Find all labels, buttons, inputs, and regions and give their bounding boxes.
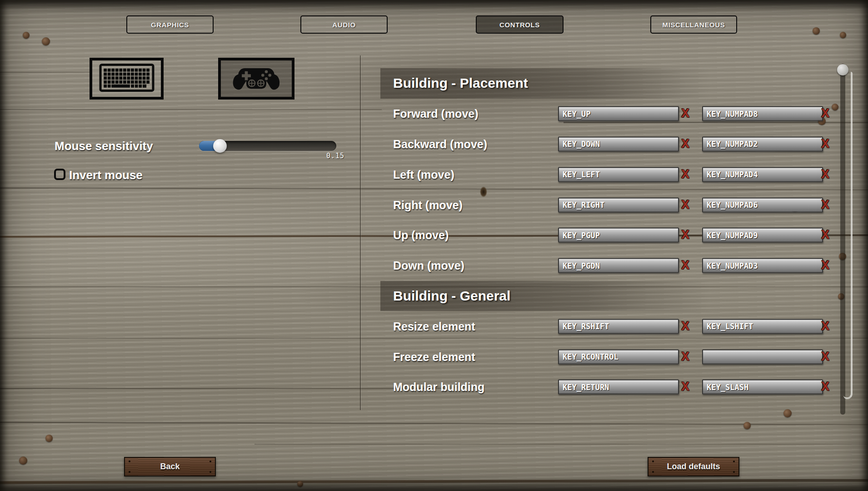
binding-label: Resize element xyxy=(393,320,475,333)
clear-primary-button[interactable]: X xyxy=(679,229,692,241)
binding-row: Resize element KEY_RSHIFT X KEY_LSHIFT X xyxy=(380,311,839,341)
clear-secondary-button[interactable]: X xyxy=(819,320,832,332)
secondary-key-field[interactable]: KEY_NUMPAD6 xyxy=(702,197,823,212)
clear-primary-button[interactable]: X xyxy=(679,138,692,150)
primary-key-field[interactable]: KEY_RSHIFT xyxy=(558,319,679,334)
clear-primary-button[interactable]: X xyxy=(679,320,692,332)
clear-primary-button[interactable]: X xyxy=(679,168,692,180)
primary-key-value: KEY_PGUP xyxy=(559,230,600,240)
section-title: Building - Placement xyxy=(380,75,528,91)
clear-primary-button[interactable]: X xyxy=(679,259,692,271)
tab-miscellaneous[interactable]: MISCELLANEOUS xyxy=(650,15,737,34)
secondary-key-value: KEY_SLASH xyxy=(703,382,748,391)
binding-row: Down (move) KEY_PGDN X KEY_NUMPAD3 X xyxy=(380,251,839,281)
primary-key-value: KEY_RCONTROL xyxy=(559,352,619,361)
secondary-key-field[interactable]: KEY_NUMPAD9 xyxy=(702,228,823,243)
binding-label: Freeze element xyxy=(393,350,475,363)
binding-row: Forward (move) KEY_UP X KEY_NUMPAD8 X xyxy=(380,99,839,129)
primary-key-value: KEY_UP xyxy=(559,109,590,118)
primary-key-value: KEY_LEFT xyxy=(559,170,600,179)
clear-secondary-button[interactable]: X xyxy=(819,259,832,271)
clear-secondary-button[interactable]: X xyxy=(819,381,832,393)
primary-key-value: KEY_DOWN xyxy=(559,140,600,149)
primary-key-field[interactable]: KEY_RCONTROL xyxy=(558,349,679,364)
secondary-key-field[interactable]: KEY_NUMPAD4 xyxy=(702,167,823,182)
primary-key-value: KEY_PGDN xyxy=(559,261,600,270)
mouse-sensitivity-label: Mouse sensitivity xyxy=(55,139,153,153)
primary-key-field[interactable]: KEY_RIGHT xyxy=(558,197,679,212)
secondary-key-field[interactable]: KEY_NUMPAD2 xyxy=(702,136,823,151)
plank-seam xyxy=(0,479,868,484)
clear-secondary-button[interactable]: X xyxy=(819,168,832,180)
secondary-key-field[interactable]: KEY_NUMPAD3 xyxy=(702,258,823,273)
clear-secondary-button[interactable]: X xyxy=(819,229,832,241)
clear-primary-button[interactable]: X xyxy=(679,381,692,393)
binding-row: Up (move) KEY_PGUP X KEY_NUMPAD9 X xyxy=(380,220,839,251)
secondary-key-field[interactable]: KEY_NUMPAD8 xyxy=(702,106,823,121)
secondary-key-field[interactable] xyxy=(702,349,823,364)
invert-mouse-checkbox[interactable] xyxy=(54,169,65,180)
nail-decoration xyxy=(23,32,30,39)
nail-decoration xyxy=(840,32,846,38)
scrollbar-track[interactable] xyxy=(840,64,845,415)
section-header: Building - General xyxy=(380,281,839,311)
primary-key-field[interactable]: KEY_UP xyxy=(558,106,679,121)
nail-decoration xyxy=(743,422,751,429)
mouse-sensitivity-slider[interactable] xyxy=(199,141,336,151)
primary-key-field[interactable]: KEY_LEFT xyxy=(558,167,679,182)
load-defaults-button[interactable]: Load defaults xyxy=(648,457,739,476)
clear-primary-button[interactable]: X xyxy=(679,351,692,363)
tab-audio[interactable]: AUDIO xyxy=(300,15,388,34)
clear-secondary-button[interactable]: X xyxy=(819,351,832,363)
secondary-key-value: KEY_NUMPAD8 xyxy=(703,109,758,118)
scrollbar-thumb[interactable] xyxy=(837,64,848,75)
gamepad-icon xyxy=(231,63,281,94)
secondary-key-value: KEY_NUMPAD3 xyxy=(703,261,758,270)
gamepad-bindings-button[interactable] xyxy=(218,58,294,100)
mouse-sensitivity-value: 0.15 xyxy=(281,152,344,160)
keyboard-bindings-button[interactable] xyxy=(90,58,164,100)
plank-seam xyxy=(254,444,868,445)
nail-decoration xyxy=(19,456,27,465)
plank-seam xyxy=(0,388,445,389)
nail-decoration xyxy=(297,481,303,487)
nail-decoration xyxy=(813,27,820,35)
binding-row: Right (move) KEY_RIGHT X KEY_NUMPAD6 X xyxy=(380,190,839,220)
primary-key-field[interactable]: KEY_DOWN xyxy=(558,136,679,151)
secondary-key-value: KEY_NUMPAD4 xyxy=(703,170,758,179)
clear-secondary-button[interactable]: X xyxy=(819,199,832,211)
slider-thumb[interactable] xyxy=(213,139,227,153)
plank-seam xyxy=(0,72,91,73)
binding-row: Left (move) KEY_LEFT X KEY_NUMPAD4 X xyxy=(380,159,839,190)
section-title: Building - General xyxy=(380,288,510,304)
primary-key-value: KEY_RETURN xyxy=(559,382,609,391)
binding-label: Modular building xyxy=(393,381,484,394)
settings-screen: GRAPHICS AUDIO CONTROLS MISCELLANEOUS xyxy=(0,0,868,491)
clear-secondary-button[interactable]: X xyxy=(819,138,832,150)
secondary-key-value: KEY_NUMPAD2 xyxy=(703,140,758,149)
back-button[interactable]: Back xyxy=(124,457,216,476)
secondary-key-field[interactable]: KEY_SLASH xyxy=(702,380,823,395)
secondary-key-value: KEY_NUMPAD6 xyxy=(703,200,758,210)
secondary-key-value: KEY_LSHIFT xyxy=(703,322,753,331)
binding-row: Backward (move) KEY_DOWN X KEY_NUMPAD2 X xyxy=(380,129,839,160)
plank-seam xyxy=(0,109,382,110)
binding-row: Modular building KEY_RETURN X KEY_SLASH … xyxy=(380,372,839,402)
binding-label: Up (move) xyxy=(393,229,449,242)
plank-seam xyxy=(0,421,868,425)
nail-decoration xyxy=(45,435,53,442)
keybindings-panel: Building - Placement Forward (move) KEY_… xyxy=(380,68,839,402)
secondary-key-field[interactable]: KEY_LSHIFT xyxy=(702,319,823,334)
binding-row: Freeze element KEY_RCONTROL X X xyxy=(380,341,839,372)
clear-secondary-button[interactable]: X xyxy=(819,107,832,120)
clear-primary-button[interactable]: X xyxy=(679,199,692,211)
primary-key-field[interactable]: KEY_RETURN xyxy=(558,380,679,395)
binding-label: Forward (move) xyxy=(393,107,479,120)
primary-key-field[interactable]: KEY_PGUP xyxy=(558,228,679,243)
tab-controls[interactable]: CONTROLS xyxy=(476,15,564,34)
tab-graphics[interactable]: GRAPHICS xyxy=(126,15,214,34)
binding-label: Down (move) xyxy=(393,259,464,272)
section-header: Building - Placement xyxy=(380,68,839,99)
primary-key-field[interactable]: KEY_PGDN xyxy=(558,258,679,273)
clear-primary-button[interactable]: X xyxy=(679,107,692,120)
